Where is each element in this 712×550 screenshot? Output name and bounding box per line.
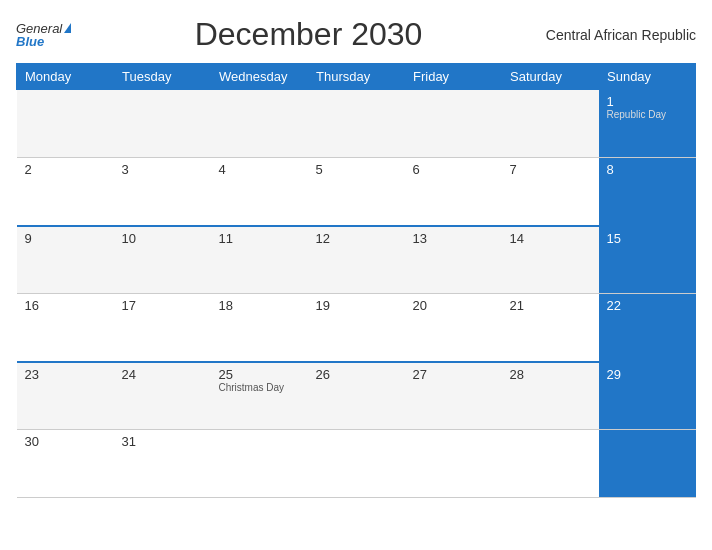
- table-row: [211, 90, 308, 158]
- table-row: 2: [17, 158, 114, 226]
- calendar-header-row: Monday Tuesday Wednesday Thursday Friday…: [17, 64, 696, 90]
- day-number: 20: [413, 298, 494, 313]
- calendar-week-row: 16171819202122: [17, 294, 696, 362]
- table-row: [599, 430, 696, 498]
- day-number: 14: [510, 231, 591, 246]
- day-number: 4: [219, 162, 300, 177]
- page-header: General Blue December 2030 Central Afric…: [16, 16, 696, 53]
- table-row: 3: [114, 158, 211, 226]
- table-row: [502, 430, 599, 498]
- day-number: 24: [122, 367, 203, 382]
- calendar-week-row: 3031: [17, 430, 696, 498]
- day-number: 18: [219, 298, 300, 313]
- table-row: 7: [502, 158, 599, 226]
- table-row: [308, 430, 405, 498]
- table-row: 15: [599, 226, 696, 294]
- day-number: 6: [413, 162, 494, 177]
- day-number: 16: [25, 298, 106, 313]
- day-number: 8: [607, 162, 688, 177]
- table-row: 1Republic Day: [599, 90, 696, 158]
- day-number: 19: [316, 298, 397, 313]
- table-row: 26: [308, 362, 405, 430]
- calendar-title: December 2030: [195, 16, 423, 53]
- day-number: 5: [316, 162, 397, 177]
- table-row: [502, 90, 599, 158]
- col-saturday: Saturday: [502, 64, 599, 90]
- table-row: 12: [308, 226, 405, 294]
- table-row: [308, 90, 405, 158]
- table-row: 30: [17, 430, 114, 498]
- table-row: 16: [17, 294, 114, 362]
- table-row: [405, 90, 502, 158]
- table-row: 10: [114, 226, 211, 294]
- table-row: 27: [405, 362, 502, 430]
- day-number: 23: [25, 367, 106, 382]
- calendar-week-row: 232425Christmas Day26272829: [17, 362, 696, 430]
- col-sunday: Sunday: [599, 64, 696, 90]
- table-row: 5: [308, 158, 405, 226]
- table-row: 19: [308, 294, 405, 362]
- table-row: [114, 90, 211, 158]
- day-number: 1: [607, 94, 688, 109]
- table-row: [17, 90, 114, 158]
- table-row: 17: [114, 294, 211, 362]
- table-row: 24: [114, 362, 211, 430]
- day-number: 21: [510, 298, 591, 313]
- calendar-week-row: 1Republic Day: [17, 90, 696, 158]
- table-row: 21: [502, 294, 599, 362]
- logo-blue-text: Blue: [16, 35, 71, 48]
- table-row: 4: [211, 158, 308, 226]
- day-number: 29: [607, 367, 688, 382]
- day-number: 2: [25, 162, 106, 177]
- table-row: 22: [599, 294, 696, 362]
- holiday-label: Republic Day: [607, 109, 688, 120]
- table-row: 20: [405, 294, 502, 362]
- table-row: [405, 430, 502, 498]
- table-row: 6: [405, 158, 502, 226]
- day-number: 28: [510, 367, 591, 382]
- day-number: 12: [316, 231, 397, 246]
- day-number: 25: [219, 367, 300, 382]
- day-number: 10: [122, 231, 203, 246]
- country-name: Central African Republic: [546, 27, 696, 43]
- day-number: 3: [122, 162, 203, 177]
- table-row: 14: [502, 226, 599, 294]
- col-tuesday: Tuesday: [114, 64, 211, 90]
- day-number: 26: [316, 367, 397, 382]
- day-number: 30: [25, 434, 106, 449]
- calendar-week-row: 2345678: [17, 158, 696, 226]
- table-row: 23: [17, 362, 114, 430]
- table-row: 8: [599, 158, 696, 226]
- table-row: 13: [405, 226, 502, 294]
- day-number: 7: [510, 162, 591, 177]
- day-number: 11: [219, 231, 300, 246]
- calendar-week-row: 9101112131415: [17, 226, 696, 294]
- col-friday: Friday: [405, 64, 502, 90]
- table-row: 25Christmas Day: [211, 362, 308, 430]
- table-row: 9: [17, 226, 114, 294]
- day-number: 15: [607, 231, 688, 246]
- day-number: 9: [25, 231, 106, 246]
- logo: General Blue: [16, 22, 71, 48]
- table-row: 11: [211, 226, 308, 294]
- day-number: 22: [607, 298, 688, 313]
- table-row: 29: [599, 362, 696, 430]
- table-row: 31: [114, 430, 211, 498]
- day-number: 13: [413, 231, 494, 246]
- table-row: 18: [211, 294, 308, 362]
- col-monday: Monday: [17, 64, 114, 90]
- day-number: 27: [413, 367, 494, 382]
- table-row: [211, 430, 308, 498]
- holiday-label: Christmas Day: [219, 382, 300, 393]
- day-number: 31: [122, 434, 203, 449]
- day-number: 17: [122, 298, 203, 313]
- col-wednesday: Wednesday: [211, 64, 308, 90]
- calendar-table: Monday Tuesday Wednesday Thursday Friday…: [16, 63, 696, 498]
- col-thursday: Thursday: [308, 64, 405, 90]
- logo-general-text: General: [16, 22, 62, 35]
- table-row: 28: [502, 362, 599, 430]
